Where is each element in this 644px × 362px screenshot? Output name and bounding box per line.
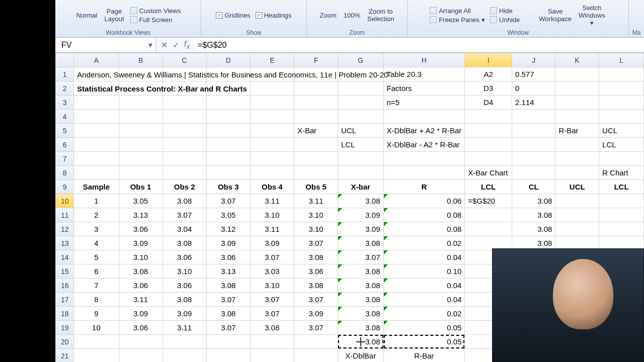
cell-G5[interactable]: UCL [338, 124, 383, 138]
cell-I6[interactable] [465, 138, 512, 152]
cell-A19[interactable]: 10 [74, 321, 119, 335]
cell-C4[interactable] [163, 110, 206, 124]
formula-input[interactable]: =$G$20 [195, 38, 644, 52]
cell-C12[interactable]: 3.04 [163, 222, 206, 236]
cell-C18[interactable]: 3.09 [163, 307, 206, 321]
cell-K2[interactable] [555, 81, 599, 96]
cell-F10[interactable]: 3.11 [294, 194, 338, 208]
cell-G8[interactable] [338, 166, 383, 180]
cell-D16[interactable]: 3.08 [206, 279, 250, 293]
cell-A21[interactable] [74, 349, 119, 363]
cell-L7[interactable] [599, 152, 644, 166]
save-workspace-button[interactable]: Save Workspace [537, 7, 574, 24]
cell-B11[interactable]: 3.13 [119, 208, 163, 222]
arrange-all-button[interactable]: Arrange All [429, 7, 472, 15]
row-header-19[interactable]: 19 [56, 321, 74, 335]
cell-D7[interactable] [206, 152, 250, 166]
cell-F2[interactable] [294, 81, 338, 96]
cell-G21[interactable]: X-DblBar [338, 349, 383, 363]
cell-D12[interactable]: 3.12 [206, 222, 250, 236]
cell-I1[interactable]: A2 [465, 67, 512, 81]
row-header-7[interactable]: 7 [56, 152, 74, 166]
cell-A4[interactable] [74, 110, 119, 124]
cell-E18[interactable]: 3.07 [250, 307, 294, 321]
cell-D18[interactable]: 3.08 [206, 307, 250, 321]
cell-A2[interactable]: Statistical Process Control: X-Bar and R… [74, 81, 119, 96]
cell-G15[interactable]: 3.08 [338, 264, 383, 279]
cell-E10[interactable]: 3.11 [250, 194, 294, 208]
cell-E4[interactable] [250, 110, 294, 124]
col-header-K[interactable]: K [555, 53, 599, 67]
cell-H21[interactable]: R-Bar [383, 349, 465, 363]
row-header-5[interactable]: 5 [56, 124, 74, 138]
cell-J8[interactable] [512, 166, 555, 180]
cell-C10[interactable]: 3.08 [163, 194, 206, 208]
cell-I8[interactable]: X-Bar Chart [465, 166, 512, 180]
cell-E13[interactable]: 3.09 [250, 236, 294, 250]
cell-L8[interactable]: R Chart [599, 166, 644, 180]
cell-F11[interactable]: 3.10 [294, 208, 338, 222]
cell-G9[interactable]: X-bar [338, 180, 383, 194]
cell-A10[interactable]: 1 [74, 194, 119, 208]
col-header-G[interactable]: G [338, 53, 383, 67]
cell-J1[interactable]: 0.577 [512, 67, 555, 81]
cell-C5[interactable] [163, 124, 206, 138]
cell-E15[interactable]: 3.03 [250, 264, 294, 279]
full-screen-button[interactable]: Full Screen [129, 16, 174, 24]
cell-E8[interactable] [250, 166, 294, 180]
cell-I11[interactable] [465, 208, 512, 222]
unhide-button[interactable]: Unhide [489, 16, 521, 24]
col-header-C[interactable]: C [163, 53, 206, 67]
headings-checkbox[interactable]: ✓Headings [255, 11, 293, 20]
cell-B3[interactable] [119, 96, 163, 110]
cell-G4[interactable] [338, 110, 383, 124]
col-header-H[interactable]: H [383, 53, 465, 67]
row-header-18[interactable]: 18 [56, 307, 74, 321]
cell-A18[interactable]: 9 [74, 307, 119, 321]
cell-D14[interactable]: 3.06 [206, 250, 250, 264]
cell-A3[interactable] [74, 96, 119, 110]
cell-H3[interactable]: n=5 [383, 96, 465, 110]
cell-E7[interactable] [250, 152, 294, 166]
cell-J12[interactable]: 3.08 [512, 222, 555, 236]
cell-F14[interactable]: 3.08 [294, 250, 338, 264]
cell-C8[interactable] [163, 166, 206, 180]
cell-B13[interactable]: 3.09 [119, 236, 163, 250]
cell-A8[interactable] [74, 166, 119, 180]
cell-D6[interactable] [206, 138, 250, 152]
cell-B5[interactable] [119, 124, 163, 138]
cell-A15[interactable]: 6 [74, 264, 119, 279]
cell-B14[interactable]: 3.10 [119, 250, 163, 264]
cell-I2[interactable]: D3 [465, 81, 512, 96]
cell-H5[interactable]: X-DblBar + A2 * R-Bar [383, 124, 465, 138]
cell-L9[interactable]: LCL [599, 180, 644, 194]
cell-C19[interactable]: 3.11 [163, 321, 206, 335]
row-header-15[interactable]: 15 [56, 264, 74, 279]
cell-K11[interactable] [555, 208, 599, 222]
normal-view-button[interactable]: Normal [74, 11, 100, 20]
page-layout-button[interactable]: Page Layout [103, 7, 126, 24]
cell-F9[interactable]: Obs 5 [294, 180, 338, 194]
cell-I3[interactable]: D4 [465, 96, 512, 110]
cell-C21[interactable] [163, 349, 206, 363]
cell-G16[interactable]: 3.08 [338, 279, 383, 293]
cell-D4[interactable] [206, 110, 250, 124]
col-header-E[interactable]: E [250, 53, 294, 67]
cell-G19[interactable]: 3.08 [338, 321, 383, 335]
cell-B19[interactable]: 3.06 [119, 321, 163, 335]
switch-windows-button[interactable]: Switch Windows ▾ [577, 3, 607, 28]
cell-H2[interactable]: Factors [383, 81, 465, 96]
zoom-to-selection-button[interactable]: Zoom to Selection [365, 7, 396, 24]
cell-J3[interactable]: 2.114 [512, 96, 555, 110]
cell-J11[interactable]: 3.08 [512, 208, 555, 222]
cell-F3[interactable] [294, 96, 338, 110]
cell-B6[interactable] [119, 138, 163, 152]
cell-G6[interactable]: LCL [338, 138, 383, 152]
cell-H17[interactable]: 0.04 [383, 293, 465, 307]
cell-E14[interactable]: 3.07 [250, 250, 294, 264]
col-header-L[interactable]: L [599, 53, 644, 67]
cell-H15[interactable]: 0.10 [383, 264, 465, 279]
cell-E12[interactable]: 3.11 [250, 222, 294, 236]
row-header-10[interactable]: 10 [56, 194, 74, 208]
cell-H7[interactable] [383, 152, 465, 166]
